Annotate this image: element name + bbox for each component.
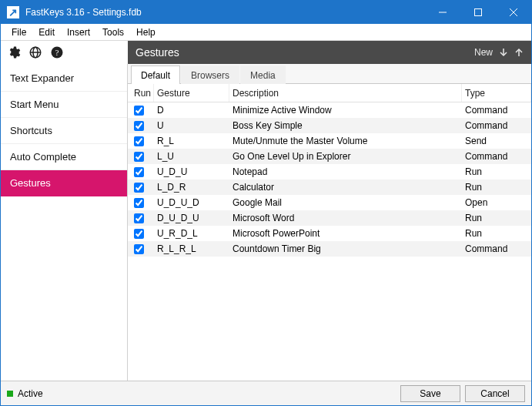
cell-gesture: U_R_D_L — [154, 228, 229, 239]
cell-gesture: L_D_R — [154, 182, 229, 193]
main-panel: DefaultBrowsersMedia Run Gesture Descrip… — [128, 64, 531, 381]
table-row[interactable]: R_L_R_LCountdown Timer BigCommand — [128, 241, 531, 257]
cell-gesture: D — [154, 105, 229, 116]
cell-description: Minimize Active Window — [229, 105, 462, 116]
maximize-button[interactable] — [460, 1, 496, 24]
sidebar-item-shortcuts[interactable]: Shortcuts — [1, 118, 127, 144]
menu-tools[interactable]: Tools — [96, 25, 130, 39]
menu-help[interactable]: Help — [130, 25, 162, 39]
cell-type: Command — [462, 243, 531, 254]
table-header: Run Gesture Description Type — [128, 84, 531, 102]
cell-type: Run — [462, 166, 531, 177]
col-header-run[interactable]: Run — [128, 84, 154, 102]
cell-gesture: R_L_R_L — [154, 243, 229, 254]
tab-browsers[interactable]: Browsers — [181, 65, 239, 84]
cell-gesture: L_U — [154, 151, 229, 162]
cell-gesture: U_D_U — [154, 166, 229, 177]
cell-description: Google Mail — [229, 197, 462, 208]
cell-type: Run — [462, 213, 531, 223]
status-text: Active — [18, 388, 43, 399]
sidebar-item-auto-complete[interactable]: Auto Complete — [1, 144, 127, 170]
col-header-gesture[interactable]: Gesture — [154, 84, 229, 102]
cell-description: Microsoft Word — [229, 213, 462, 223]
menu-insert[interactable]: Insert — [61, 25, 96, 39]
gesture-table: Run Gesture Description Type DMinimize A… — [128, 84, 531, 381]
run-checkbox[interactable] — [134, 198, 144, 208]
help-icon[interactable]: ? — [50, 45, 64, 59]
cell-gesture: U_D_U_D — [154, 197, 229, 208]
section-header: Gestures New — [128, 41, 531, 64]
col-header-type[interactable]: Type — [462, 84, 531, 102]
table-row[interactable]: L_D_RCalculatorRun — [128, 180, 531, 195]
cell-type: Command — [462, 120, 531, 131]
cell-type: Run — [462, 228, 531, 239]
table-row[interactable]: D_U_D_UMicrosoft WordRun — [128, 210, 531, 226]
menu-file[interactable]: File — [5, 25, 32, 39]
run-checkbox[interactable] — [134, 183, 144, 193]
toolbar: ? Gestures New — [1, 41, 531, 64]
section-title: Gestures — [136, 46, 179, 59]
run-checkbox[interactable] — [134, 121, 144, 131]
tab-media[interactable]: Media — [240, 65, 286, 84]
cell-type: Command — [462, 105, 531, 116]
run-checkbox[interactable] — [134, 106, 144, 116]
arrow-up-icon[interactable] — [514, 48, 524, 57]
run-checkbox[interactable] — [134, 136, 144, 146]
svg-rect-1 — [475, 9, 482, 16]
cell-type: Open — [462, 197, 531, 208]
titlebar: ↗ FastKeys 3.16 - Settings.fdb — [1, 1, 531, 24]
window-title: FastKeys 3.16 - Settings.fdb — [25, 7, 142, 18]
cell-type: Send — [462, 136, 531, 146]
status-indicator-icon — [7, 391, 13, 397]
table-row[interactable]: U_D_U_DGoogle MailOpen — [128, 195, 531, 210]
menubar: File Edit Insert Tools Help — [1, 24, 531, 41]
cell-description: Calculator — [229, 182, 462, 193]
globe-icon[interactable] — [28, 45, 42, 59]
cell-gesture: D_U_D_U — [154, 213, 229, 223]
statusbar: Active Save Cancel — [1, 381, 531, 405]
cell-description: Mute/Unmute the Master Volume — [229, 136, 462, 146]
tabs: DefaultBrowsersMedia — [128, 64, 531, 84]
table-row[interactable]: L_UGo One Level Up in ExplorerCommand — [128, 149, 531, 164]
cell-description: Notepad — [229, 166, 462, 177]
cell-type: Run — [462, 182, 531, 193]
cell-description: Go One Level Up in Explorer — [229, 151, 462, 162]
cell-gesture: U — [154, 120, 229, 131]
col-header-description[interactable]: Description — [229, 84, 462, 102]
gear-icon[interactable] — [7, 45, 21, 59]
cell-description: Boss Key Simple — [229, 120, 462, 131]
menu-edit[interactable]: Edit — [32, 25, 61, 39]
minimize-button[interactable] — [425, 1, 460, 24]
table-row[interactable]: U_D_UNotepadRun — [128, 164, 531, 180]
app-icon: ↗ — [7, 6, 19, 18]
run-checkbox[interactable] — [134, 244, 144, 254]
cell-gesture: R_L — [154, 136, 229, 146]
new-button[interactable]: New — [474, 47, 493, 58]
close-button[interactable] — [496, 1, 531, 24]
run-checkbox[interactable] — [134, 167, 144, 177]
table-row[interactable]: U_R_D_LMicrosoft PowerPointRun — [128, 226, 531, 241]
sidebar-item-gestures[interactable]: Gestures — [1, 170, 127, 196]
run-checkbox[interactable] — [134, 229, 144, 239]
sidebar-item-start-menu[interactable]: Start Menu — [1, 92, 127, 118]
cancel-button[interactable]: Cancel — [465, 385, 525, 402]
tab-default[interactable]: Default — [131, 65, 180, 84]
run-checkbox[interactable] — [134, 213, 144, 223]
sidebar-item-text-expander[interactable]: Text Expander — [1, 65, 127, 92]
table-row[interactable]: UBoss Key SimpleCommand — [128, 118, 531, 133]
svg-text:?: ? — [55, 49, 59, 57]
cell-description: Countdown Timer Big — [229, 243, 462, 254]
cell-description: Microsoft PowerPoint — [229, 228, 462, 239]
cell-type: Command — [462, 151, 531, 162]
save-button[interactable]: Save — [400, 385, 460, 402]
arrow-down-icon[interactable] — [499, 48, 508, 57]
table-row[interactable]: R_LMute/Unmute the Master VolumeSend — [128, 133, 531, 149]
run-checkbox[interactable] — [134, 152, 144, 162]
table-row[interactable]: DMinimize Active WindowCommand — [128, 102, 531, 118]
sidebar: Text ExpanderStart MenuShortcutsAuto Com… — [1, 64, 128, 381]
